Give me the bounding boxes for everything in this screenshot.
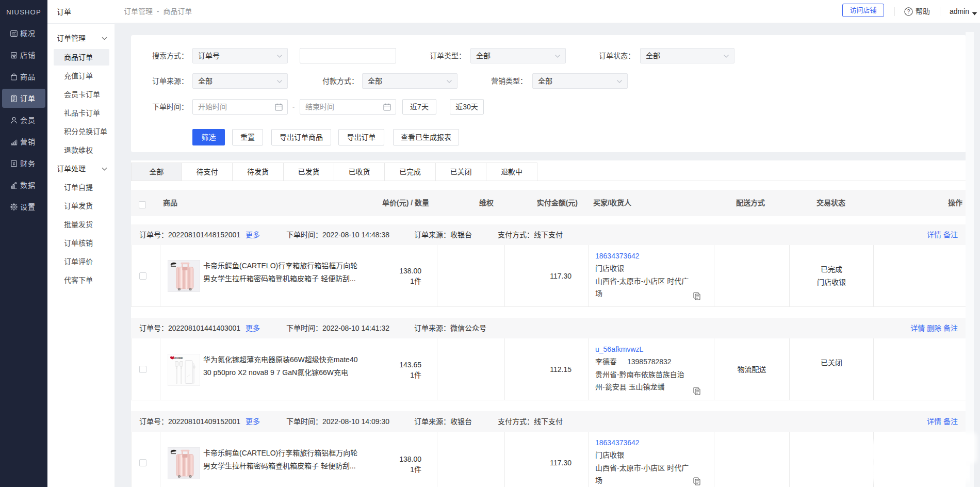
svg-text:?: ? bbox=[907, 8, 910, 14]
svg-text:HUAWEI: HUAWEI bbox=[174, 357, 183, 360]
